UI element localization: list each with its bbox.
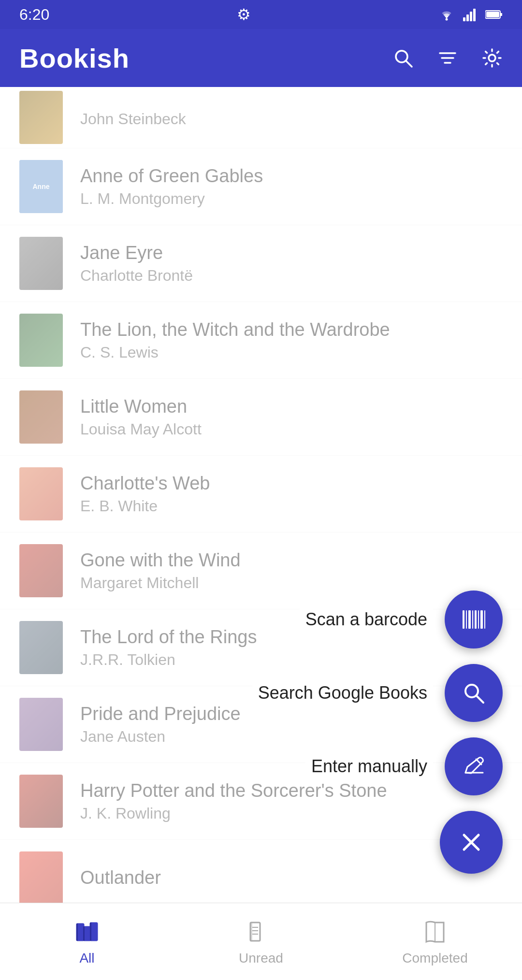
svg-rect-17 — [466, 610, 467, 629]
book-cover — [19, 851, 63, 903]
svg-rect-3 — [470, 12, 472, 21]
svg-line-25 — [477, 696, 483, 703]
fab-google-row: Search Google Books — [252, 664, 503, 722]
book-title: Anne of Green Gables — [80, 165, 503, 187]
book-cover — [19, 621, 63, 674]
enter-manually-button[interactable] — [445, 737, 503, 795]
book-author: L. M. Montgomery — [80, 190, 503, 208]
book-title: Jane Eyre — [80, 242, 503, 264]
book-cover — [19, 237, 63, 290]
list-item[interactable]: Little Women Louisa May Alcott — [0, 379, 522, 456]
fab-close-button[interactable] — [440, 811, 503, 874]
svg-rect-22 — [480, 610, 483, 629]
svg-rect-6 — [500, 13, 502, 16]
books-icon — [72, 918, 102, 947]
book-author: C. S. Lewis — [80, 344, 503, 361]
book-title: The Lion, the Witch and the Wardrobe — [80, 319, 503, 341]
book-info: Anne of Green Gables L. M. Montgomery — [80, 165, 503, 208]
svg-rect-2 — [466, 14, 469, 21]
book-author: E. B. White — [80, 497, 503, 515]
fab-manual-label: Enter manually — [305, 754, 433, 778]
fab-barcode-row: Scan a barcode — [300, 591, 503, 649]
book-info: Gone with the Wind Margaret Mitchell — [80, 549, 503, 592]
svg-rect-35 — [90, 922, 91, 941]
book-title: Little Women — [80, 396, 503, 418]
svg-rect-31 — [76, 923, 78, 941]
list-item[interactable]: Charlotte's Web E. B. White — [0, 456, 522, 533]
book-info: Charlotte's Web E. B. White — [80, 473, 503, 516]
fab-barcode-label: Scan a barcode — [300, 607, 433, 632]
svg-rect-16 — [463, 610, 464, 629]
book-cover — [19, 544, 63, 597]
svg-rect-37 — [250, 922, 252, 941]
book-title: Gone with the Wind — [80, 549, 503, 572]
search-icon — [462, 681, 486, 705]
book-closed-icon — [420, 918, 450, 947]
book-open-icon — [246, 918, 276, 947]
book-cover — [19, 467, 63, 520]
book-author: John Steinbeck — [80, 110, 503, 128]
status-icons — [438, 8, 503, 21]
status-settings-icon: ⚙ — [237, 5, 251, 24]
list-item[interactable]: The Lion, the Witch and the Wardrobe C. … — [0, 302, 522, 379]
svg-rect-20 — [475, 610, 477, 629]
svg-rect-21 — [478, 610, 479, 629]
book-author: Louisa May Alcott — [80, 420, 503, 438]
fab-area: Scan a barcode Search Google Books — [252, 591, 503, 874]
book-cover — [19, 314, 63, 367]
svg-text:Anne: Anne — [33, 183, 50, 190]
bottom-nav: All Unread Completed — [0, 903, 522, 980]
battery-icon — [485, 10, 503, 19]
nav-item-unread[interactable]: Unread — [174, 903, 348, 980]
book-info: The Lion, the Witch and the Wardrobe C. … — [80, 319, 503, 362]
nav-item-all[interactable]: All — [0, 903, 174, 980]
svg-rect-7 — [486, 12, 499, 17]
list-item[interactable]: Jane Eyre Charlotte Brontë — [0, 225, 522, 302]
book-info: Little Women Louisa May Alcott — [80, 396, 503, 439]
svg-point-0 — [446, 18, 448, 21]
app-bar-icons — [392, 47, 503, 69]
app-bar: Bookish — [0, 29, 522, 87]
svg-point-13 — [489, 55, 495, 61]
status-time: 6:20 — [19, 6, 49, 24]
nav-label-all: All — [79, 951, 94, 966]
filter-icon[interactable] — [437, 47, 458, 69]
book-cover: Anne — [19, 160, 63, 213]
book-cover — [19, 698, 63, 751]
search-icon[interactable] — [392, 47, 414, 69]
book-info: John Steinbeck — [80, 107, 503, 128]
nav-label-completed: Completed — [402, 951, 467, 966]
book-cover — [19, 91, 63, 144]
close-icon — [458, 829, 484, 855]
svg-rect-1 — [463, 17, 465, 21]
settings-icon[interactable] — [481, 47, 503, 69]
book-info: Jane Eyre Charlotte Brontë — [80, 242, 503, 285]
nav-label-unread: Unread — [239, 951, 283, 966]
fab-manual-row: Enter manually — [305, 737, 503, 795]
svg-line-9 — [406, 61, 412, 67]
svg-line-27 — [476, 759, 481, 764]
barcode-icon — [461, 606, 487, 633]
status-bar: 6:20 ⚙ — [0, 0, 522, 29]
svg-rect-19 — [472, 610, 473, 629]
scan-barcode-button[interactable] — [445, 591, 503, 649]
nav-item-completed[interactable]: Completed — [348, 903, 522, 980]
wifi-icon — [438, 8, 455, 21]
book-author: Margaret Mitchell — [80, 574, 503, 592]
app-title: Bookish — [19, 43, 392, 74]
list-item[interactable]: John Steinbeck — [0, 87, 522, 148]
signal-icon — [463, 8, 478, 21]
edit-icon — [462, 754, 486, 778]
book-author: Charlotte Brontë — [80, 267, 503, 285]
search-google-button[interactable] — [445, 664, 503, 722]
svg-rect-33 — [83, 926, 85, 941]
svg-rect-4 — [473, 9, 476, 21]
svg-rect-18 — [468, 610, 471, 629]
book-title: Charlotte's Web — [80, 473, 503, 495]
book-cover — [19, 390, 63, 444]
fab-google-label: Search Google Books — [252, 681, 433, 705]
svg-rect-23 — [484, 610, 485, 629]
book-cover — [19, 775, 63, 828]
list-item[interactable]: Anne Anne of Green Gables L. M. Montgome… — [0, 148, 522, 225]
